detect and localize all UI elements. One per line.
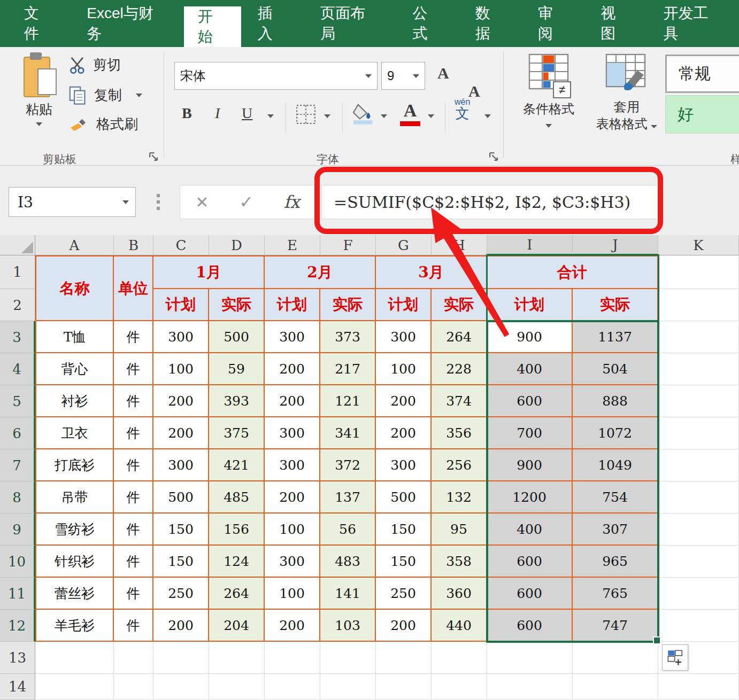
fill-color-caret-icon[interactable] <box>381 114 387 118</box>
cell-J8[interactable]: 754 <box>573 481 658 514</box>
cell-E8[interactable]: 200 <box>265 481 320 514</box>
cell-K12[interactable] <box>658 610 739 642</box>
tab-4[interactable]: 插入 <box>241 0 304 47</box>
cell-A8[interactable]: 吊带 <box>35 481 114 514</box>
cell-F11[interactable]: 141 <box>320 578 376 610</box>
cell-C13[interactable] <box>153 642 209 674</box>
cell-I11[interactable]: 600 <box>487 578 573 610</box>
row-header-2[interactable]: 2 <box>0 289 35 321</box>
fill-color-button[interactable] <box>352 102 375 127</box>
cell-B9[interactable]: 件 <box>114 514 153 546</box>
row-header-11[interactable]: 11 <box>0 578 35 610</box>
cell-E3[interactable]: 300 <box>265 321 320 353</box>
actual-header-3[interactable]: 实际 <box>432 289 487 321</box>
cell-K2[interactable] <box>658 289 739 321</box>
cell-A14[interactable] <box>35 674 114 700</box>
month-header-3[interactable]: 3月 <box>376 255 487 289</box>
cell-H14[interactable] <box>432 674 487 700</box>
cell-K5[interactable] <box>658 385 739 417</box>
cell-G11[interactable]: 250 <box>376 578 432 610</box>
cell-J9[interactable]: 307 <box>573 514 658 546</box>
format-painter-button[interactable]: 格式刷 <box>68 114 138 134</box>
column-header-H[interactable]: H <box>432 235 487 255</box>
phonetic-guide-button[interactable]: wén 文 <box>455 98 470 121</box>
cell-D3[interactable]: 500 <box>209 321 265 353</box>
cell-G3[interactable]: 300 <box>376 321 432 353</box>
column-header-B[interactable]: B <box>114 235 153 255</box>
column-header-D[interactable]: D <box>209 235 265 255</box>
cell-D5[interactable]: 393 <box>209 385 265 417</box>
cell-A5[interactable]: 衬衫 <box>35 385 114 417</box>
cell-G10[interactable]: 150 <box>376 546 432 578</box>
cell-G13[interactable] <box>376 642 432 674</box>
cell-C8[interactable]: 500 <box>153 481 209 514</box>
cell-E9[interactable]: 100 <box>265 514 320 546</box>
tab-7[interactable]: 数据 <box>459 0 521 47</box>
tab-5[interactable]: 页面布局 <box>304 0 396 47</box>
actual-header-2[interactable]: 实际 <box>320 289 376 321</box>
cell-J5[interactable]: 888 <box>573 385 658 417</box>
actual-header-1[interactable]: 实际 <box>209 289 265 321</box>
cell-C14[interactable] <box>153 674 209 700</box>
tab-10[interactable]: 开发工具 <box>647 0 739 47</box>
cell-E11[interactable]: 100 <box>265 578 320 610</box>
cell-A9[interactable]: 雪纺衫 <box>35 514 114 546</box>
cell-I9[interactable]: 400 <box>487 514 573 546</box>
paste-button[interactable]: 粘贴 <box>20 52 58 128</box>
column-header-C[interactable]: C <box>153 235 209 255</box>
cell-E4[interactable]: 200 <box>265 353 320 385</box>
copy-button[interactable]: 复制 <box>68 85 142 105</box>
cell-K7[interactable] <box>658 449 739 481</box>
cell-E5[interactable]: 200 <box>265 385 320 417</box>
cell-G9[interactable]: 150 <box>376 514 432 546</box>
tab-1[interactable]: 文件 <box>7 0 70 47</box>
cell-F4[interactable]: 217 <box>320 353 376 385</box>
select-all-corner[interactable] <box>0 235 35 255</box>
tab-2[interactable]: Excel与财务 <box>70 0 183 47</box>
cell-B12[interactable]: 件 <box>114 610 153 642</box>
row-header-7[interactable]: 7 <box>0 449 35 481</box>
cancel-icon[interactable]: ✕ <box>195 193 209 212</box>
cell-K1[interactable] <box>658 255 739 289</box>
total-header[interactable]: 合计 <box>487 255 658 289</box>
cell-I7[interactable]: 900 <box>487 449 573 481</box>
cell-G12[interactable]: 200 <box>376 610 432 642</box>
column-header-G[interactable]: G <box>376 235 432 255</box>
cell-I5[interactable]: 600 <box>487 385 573 417</box>
name-box[interactable]: I3 <box>9 187 136 217</box>
cell-J4[interactable]: 504 <box>573 353 658 385</box>
cell-E14[interactable] <box>265 674 320 700</box>
cell-A12[interactable]: 羊毛衫 <box>35 610 114 642</box>
column-header-F[interactable]: F <box>320 235 376 255</box>
cell-C7[interactable]: 300 <box>153 449 209 481</box>
cell-I13[interactable] <box>487 642 573 674</box>
row-header-13[interactable]: 13 <box>0 642 35 674</box>
cell-J6[interactable]: 1072 <box>573 417 658 449</box>
row-header-4[interactable]: 4 <box>0 353 35 385</box>
clipboard-dialog-launcher-icon[interactable] <box>148 151 159 162</box>
cell-J14[interactable] <box>573 674 658 700</box>
cell-B5[interactable]: 件 <box>114 385 153 417</box>
cell-B1-unit-header[interactable]: 单位 <box>114 255 153 321</box>
cell-B3[interactable]: 件 <box>114 321 153 353</box>
column-header-I[interactable]: I <box>487 235 573 255</box>
cell-J10[interactable]: 965 <box>573 546 658 578</box>
cell-I12[interactable]: 600 <box>487 610 573 642</box>
cell-B7[interactable]: 件 <box>114 449 153 481</box>
cell-H7[interactable]: 256 <box>432 449 487 481</box>
cell-B14[interactable] <box>114 674 153 700</box>
cell-G5[interactable]: 200 <box>376 385 432 417</box>
cell-I6[interactable]: 700 <box>487 417 573 449</box>
cell-C4[interactable]: 100 <box>153 353 209 385</box>
plan-header-1[interactable]: 计划 <box>153 289 209 321</box>
cell-F5[interactable]: 121 <box>320 385 376 417</box>
cell-B11[interactable]: 件 <box>114 578 153 610</box>
column-header-E[interactable]: E <box>265 235 320 255</box>
formula-bar-resize-handle[interactable] <box>157 194 160 197</box>
cell-D10[interactable]: 124 <box>209 546 265 578</box>
row-header-8[interactable]: 8 <box>0 481 35 514</box>
cell-E10[interactable]: 300 <box>265 546 320 578</box>
cell-I4[interactable]: 400 <box>487 353 573 385</box>
cell-E7[interactable]: 300 <box>265 449 320 481</box>
cell-K10[interactable] <box>658 546 739 578</box>
